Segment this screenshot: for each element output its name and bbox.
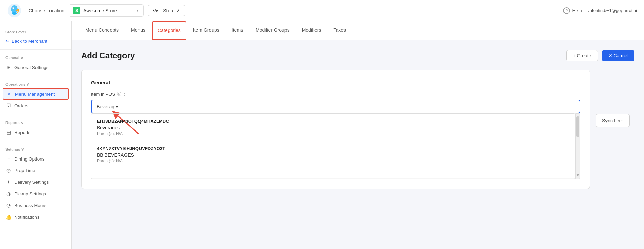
sidebar-item-general-settings[interactable]: ⊞ General Settings (0, 61, 71, 73)
page-content: Add Category + Create ✕ Cancel General I… (72, 40, 644, 198)
sidebar-item-prep-time[interactable]: ◷ Prep Time (0, 165, 71, 176)
general-settings-label: General Settings (14, 65, 49, 70)
dropdown-scrollbar[interactable]: ▼ (575, 113, 580, 179)
help-icon: ? (563, 7, 570, 14)
tab-navigation: Menu Concepts Menus Categories Item Grou… (72, 21, 644, 40)
business-hours-label: Business Hours (14, 203, 47, 208)
delivery-icon: ✦ (5, 179, 12, 185)
sidebar-item-orders[interactable]: ☑ Orders (0, 100, 71, 111)
item-id-1: 4KYN7XTVYI6HJNQUVFDZYO2T (97, 146, 570, 151)
store-name: Awesome Store (83, 8, 117, 13)
sidebar-item-reports[interactable]: ▤ Reports (0, 126, 71, 138)
store-level-label: Store Level (0, 27, 71, 36)
dropdown-item-0[interactable]: EHJ3DB2AN43OTQQ4MHXZLMDC Beverages Paren… (91, 114, 575, 141)
sync-area: Sync Item (590, 70, 634, 189)
sync-item-button[interactable]: Sync Item (596, 114, 630, 127)
notifications-label: Notifications (14, 215, 40, 220)
sidebar-item-dining-options[interactable]: ≡ Dining Options (0, 153, 71, 165)
prep-time-label: Prep Time (14, 168, 35, 173)
menu-management-label: Menu Management (15, 92, 55, 97)
cancel-button[interactable]: ✕ Cancel (602, 50, 634, 61)
sidebar-item-menu-management[interactable]: ✕ Menu Management (3, 88, 69, 100)
dining-icon: ≡ (5, 156, 12, 162)
back-arrow-icon: ↩ (5, 38, 10, 44)
item-parent-0: Parent(s): N/A (97, 131, 570, 136)
divider-4 (0, 141, 71, 141)
divider-2 (0, 76, 71, 76)
chevron-down-icon: ▼ (136, 9, 139, 12)
business-hours-icon: ◔ (5, 203, 12, 208)
header-actions: + Create ✕ Cancel (566, 50, 634, 61)
visit-store-button[interactable]: Visit Store ↗ (148, 5, 185, 16)
reports-icon: ▤ (5, 129, 12, 135)
tab-item-groups[interactable]: Item Groups (188, 21, 225, 40)
pickup-icon: ◑ (5, 191, 12, 196)
pos-item-search-input[interactable] (91, 100, 580, 113)
grid-icon: ⊞ (5, 65, 12, 70)
back-to-merchant[interactable]: ↩ Back to Merchant (0, 36, 71, 46)
bell-icon: 🔔 (5, 214, 12, 220)
sidebar: Store Level ↩ Back to Merchant General ∨… (0, 21, 72, 249)
sidebar-item-delivery-settings[interactable]: ✦ Delivery Settings (0, 176, 71, 188)
sidebar-item-pickup-settings[interactable]: ◑ Pickup Settings (0, 188, 71, 199)
pickup-settings-label: Pickup Settings (14, 191, 46, 196)
help-button[interactable]: ? Help (563, 7, 582, 14)
app-logo (7, 3, 22, 18)
back-label: Back to Merchant (12, 39, 47, 44)
tab-categories[interactable]: Categories (152, 21, 186, 40)
orders-icon: ☑ (5, 103, 12, 108)
create-button[interactable]: + Create (566, 50, 598, 61)
general-label: General ∨ (0, 52, 71, 61)
item-parent-1: Parent(s): N/A (97, 158, 570, 163)
svg-point-4 (12, 12, 17, 15)
form-sync-row: General Item in POS ⓪ : (81, 70, 634, 189)
main-layout: Store Level ↩ Back to Merchant General ∨… (0, 21, 644, 249)
orders-label: Orders (14, 103, 28, 108)
item-name-1: BB BEVERAGES (97, 152, 570, 158)
dropdown-item-2[interactable] (91, 168, 575, 179)
user-email: valentin.b+1@goparrot.ai (587, 8, 637, 13)
main-content: Menu Concepts Menus Categories Item Grou… (72, 21, 644, 249)
search-input-wrapper (91, 100, 580, 113)
tab-menus[interactable]: Menus (126, 21, 151, 40)
help-label: Help (572, 8, 582, 13)
settings-label: Settings ∨ (0, 144, 71, 153)
form-area: General Item in POS ⓪ : (81, 70, 590, 189)
reports-item-label: Reports (14, 130, 30, 135)
dropdown-item-1[interactable]: 4KYN7XTVYI6HJNQUVFDZYO2T BB BEVERAGES Pa… (91, 141, 575, 168)
tab-menu-concepts[interactable]: Menu Concepts (80, 21, 124, 40)
header-right: ? Help valentin.b+1@goparrot.ai (563, 7, 637, 14)
field-label: Item in POS ⓪ : (91, 91, 580, 97)
form-section-title: General (91, 80, 580, 85)
divider-3 (0, 114, 71, 114)
sidebar-item-business-hours[interactable]: ◔ Business Hours (0, 199, 71, 211)
store-selector[interactable]: S Awesome Store ▼ (69, 4, 144, 17)
tab-modifiers[interactable]: Modifiers (296, 21, 327, 40)
page-title: Add Category (81, 51, 135, 60)
tab-modifier-groups[interactable]: Modifier Groups (250, 21, 295, 40)
tab-taxes[interactable]: Taxes (328, 21, 351, 40)
operations-label: Operations ∨ (0, 79, 71, 88)
dropdown-list: EHJ3DB2AN43OTQQ4MHXZLMDC Beverages Paren… (91, 113, 575, 179)
divider-1 (0, 49, 71, 50)
page-header-row: Add Category + Create ✕ Cancel (81, 50, 634, 61)
app-header: Choose Location S Awesome Store ▼ Visit … (0, 0, 644, 21)
form-card: General Item in POS ⓪ : (81, 70, 590, 189)
tab-items[interactable]: Items (226, 21, 249, 40)
menu-icon: ✕ (6, 91, 12, 97)
sidebar-item-notifications[interactable]: 🔔 Notifications (0, 211, 71, 223)
svg-point-1 (11, 5, 18, 13)
svg-point-3 (12, 7, 13, 8)
delivery-settings-label: Delivery Settings (14, 180, 49, 185)
store-badge: S (73, 7, 80, 14)
reports-section-label: Reports ∨ (0, 117, 71, 126)
item-id-0: EHJ3DB2AN43OTQQ4MHXZLMDC (97, 119, 570, 124)
item-name-0: Beverages (97, 125, 570, 130)
dining-options-label: Dining Options (14, 156, 45, 162)
field-help-icon[interactable]: ⓪ (117, 91, 121, 97)
clock-icon: ◷ (5, 168, 12, 173)
choose-location-label: Choose Location (29, 8, 64, 13)
dropdown-wrapper: EHJ3DB2AN43OTQQ4MHXZLMDC Beverages Paren… (91, 113, 580, 179)
